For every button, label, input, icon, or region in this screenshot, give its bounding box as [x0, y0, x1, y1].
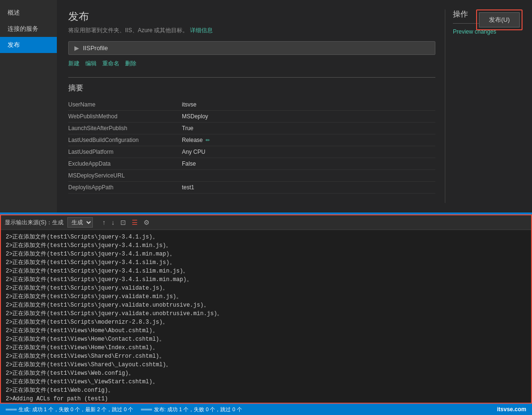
summary-key: WebPublishMethod [68, 113, 182, 120]
publish-button-wrapper: 发布(U) [476, 9, 523, 30]
output-panel: 显示输出来源(S)：生成 生成 ↑ ↓ ⊡ ☰ ⚙ 2>正在添加文件(test1… [0, 214, 532, 404]
summary-row: WebPublishMethodMSDeploy [68, 111, 435, 123]
summary-value: test1 [182, 184, 194, 191]
publish-status-text: 发布: 成功 1 个，失败 0 个，跳过 0 个 [154, 406, 242, 413]
output-line: 2>正在添加文件(test1\Scripts\jquery-3.4.1.slim… [6, 258, 526, 267]
summary-value: itsvse [182, 101, 197, 108]
output-line: 2>Adding ACLs for path (test1) [6, 395, 526, 403]
output-line: 2>正在添加文件(test1\Scripts\jquery.validate.j… [6, 284, 526, 292]
summary-value [182, 172, 201, 179]
summary-row: DeployIisAppPathtest1 [68, 182, 435, 194]
new-profile-link[interactable]: 新建 [68, 60, 80, 68]
status-bar: ═══ 生成: 成功 1 个，失败 0 个，最新 2 个，跳过 0 个 ═══ … [0, 404, 532, 415]
summary-value: True [182, 125, 193, 132]
output-line: 2>正在添加文件(test1\Scripts\jquery-3.4.1.min.… [6, 250, 526, 258]
summary-key: UserName [68, 101, 182, 108]
summary-key: LastUsedPlatform [68, 149, 182, 155]
output-line: 2>正在添加文件(test1\Views\Shared\Error.cshtml… [6, 352, 526, 361]
build-status: ═══ 生成: 成功 1 个，失败 0 个，最新 2 个，跳过 0 个 [6, 406, 133, 413]
summary-key: LaunchSiteAfterPublish [68, 125, 182, 132]
output-line: 2>正在添加文件(test1\Scripts\jquery-3.4.1.slim… [6, 275, 526, 284]
profile-actions: 新建 编辑 重命名 删除 [68, 60, 435, 68]
summary-value: Any CPU [182, 149, 205, 155]
sidebar-item-publish[interactable]: 发布 [0, 37, 57, 53]
output-source-select[interactable]: 生成 [67, 217, 93, 228]
output-line: 2>正在添加文件(test1\Scripts\modernizr-2.8.3.j… [6, 318, 526, 327]
publish-status: ═══ 发布: 成功 1 个，失败 0 个，跳过 0 个 [141, 406, 242, 413]
summary-key: LastUsedBuildConfiguration [68, 137, 182, 143]
output-line: 2>正在添加文件(test1\Views\Home\About.cshtml)。 [6, 327, 526, 335]
publish-area: 发布 将应用部署到文件夹、IIS、Azure 或其他目标。 详细信息 ▶ IIS… [57, 0, 532, 212]
sidebar-item-connected-services[interactable]: 连接的服务 [0, 21, 57, 37]
output-line: 2>正在添加文件(test1\Scripts\jquery.validate.m… [6, 292, 526, 301]
build-status-bars: ═══ [6, 406, 17, 412]
summary-value: MSDeploy [182, 113, 208, 120]
summary-key: ExcludeAppData [68, 160, 182, 167]
output-line: 2>正在添加文件(test1\Scripts\jquery-3.4.1.slim… [6, 267, 526, 275]
output-toolbar-icons: ↑ ↓ ⊡ ☰ ⚙ [100, 218, 152, 227]
output-line: 2>正在添加文件(test1\Views\Web.config)。 [6, 369, 526, 378]
value-text: True [182, 125, 193, 132]
profile-name: IISProfile [83, 44, 108, 52]
summary-title: 摘要 [68, 83, 435, 93]
profile-bar: ▶ IISProfile [68, 41, 435, 55]
output-line: 2>正在添加文件(test1\Views\_ViewStart.cshtml)。 [6, 378, 526, 386]
value-text: MSDeploy [182, 113, 208, 120]
main-panel: 发布 将应用部署到文件夹、IIS、Azure 或其他目标。 详细信息 ▶ IIS… [57, 0, 532, 212]
output-line: 2>正在添加文件(test1\Views\Shared\_Layout.csht… [6, 361, 526, 369]
page-title: 发布 [68, 9, 435, 24]
summary-row: ExcludeAppDataFalse [68, 158, 435, 170]
summary-row: MSDeployServiceURL [68, 170, 435, 182]
publish-content: 发布 将应用部署到文件夹、IIS、Azure 或其他目标。 详细信息 ▶ IIS… [68, 9, 435, 203]
edit-pencil-icon[interactable]: ✏ [206, 137, 210, 143]
output-source-label: 显示输出来源(S)：生成 [5, 219, 63, 227]
value-text: test1 [182, 184, 194, 191]
output-line: 2>正在添加文件(test1\Scripts\jquery.validate.u… [6, 301, 526, 309]
clear-output-icon-btn[interactable]: ⊡ [118, 218, 128, 227]
summary-key: DeployIisAppPath [68, 184, 182, 191]
sidebar: 概述 连接的服务 发布 [0, 0, 57, 212]
output-line: 2>正在添加文件(test1\Web.config)。 [6, 386, 526, 395]
scroll-up-icon-btn[interactable]: ↑ [100, 218, 108, 227]
summary-value: False [182, 160, 196, 167]
brand-text: itsvse.com [497, 406, 526, 413]
value-text: Any CPU [182, 149, 205, 155]
output-line: 2>正在添加文件(test1\Scripts\jquery-3.4.1.min.… [6, 241, 526, 250]
summary-table: UserNameitsvseWebPublishMethodMSDeployLa… [68, 99, 435, 194]
summary-section: 摘要 UserNameitsvseWebPublishMethodMSDeplo… [68, 77, 435, 194]
summary-row: LaunchSiteAfterPublishTrue [68, 123, 435, 134]
summary-value: Release✏ [182, 137, 210, 143]
sidebar-item-overview[interactable]: 概述 [0, 5, 57, 21]
output-line: 2>正在添加文件(test1\Scripts\jquery.validate.u… [6, 309, 526, 318]
value-text: Release [182, 137, 203, 143]
delete-profile-link[interactable]: 删除 [125, 60, 136, 68]
build-status-text: 生成: 成功 1 个，失败 0 个，最新 2 个，跳过 0 个 [18, 406, 133, 413]
summary-key: MSDeployServiceURL [68, 172, 182, 179]
rename-profile-link[interactable]: 重命名 [102, 60, 119, 68]
operations-panel: 操作 Preview changes [445, 9, 521, 203]
summary-row: LastUsedPlatformAny CPU [68, 146, 435, 158]
value-text: itsvse [182, 101, 197, 108]
publish-status-bars: ═══ [141, 406, 152, 412]
edit-profile-link[interactable]: 编辑 [85, 60, 97, 68]
output-line: 2>正在添加文件(test1\Views\Home\Contact.cshtml… [6, 335, 526, 344]
subtitle-link[interactable]: 详细信息 [190, 27, 213, 34]
status-bar-left: ═══ 生成: 成功 1 个，失败 0 个，最新 2 个，跳过 0 个 ═══ … [6, 406, 242, 413]
summary-row: LastUsedBuildConfigurationRelease✏ [68, 134, 435, 146]
publish-button[interactable]: 发布(U) [479, 12, 520, 27]
summary-row: UserNameitsvse [68, 99, 435, 111]
settings-icon-btn[interactable]: ⚙ [142, 218, 152, 227]
output-content: 2>正在添加文件(test1\Scripts\jquery-3.4.1.js)。… [1, 230, 531, 403]
value-text: False [182, 160, 196, 167]
profile-icon: ▶ [74, 44, 79, 52]
subtitle-text: 将应用部署到文件夹、IIS、Azure 或其他目标。 [68, 27, 188, 34]
output-line: 2>正在添加文件(test1\Scripts\jquery-3.4.1.js)。 [6, 233, 526, 241]
scroll-down-icon-btn[interactable]: ↓ [109, 218, 117, 227]
output-line: 2>正在添加文件(test1\Views\Home\Index.cshtml)。 [6, 344, 526, 352]
filter-icon-btn[interactable]: ☰ [130, 218, 140, 227]
publish-subtitle: 将应用部署到文件夹、IIS、Azure 或其他目标。 详细信息 [68, 26, 435, 35]
output-toolbar: 显示输出来源(S)：生成 生成 ↑ ↓ ⊡ ☰ ⚙ [1, 215, 531, 230]
